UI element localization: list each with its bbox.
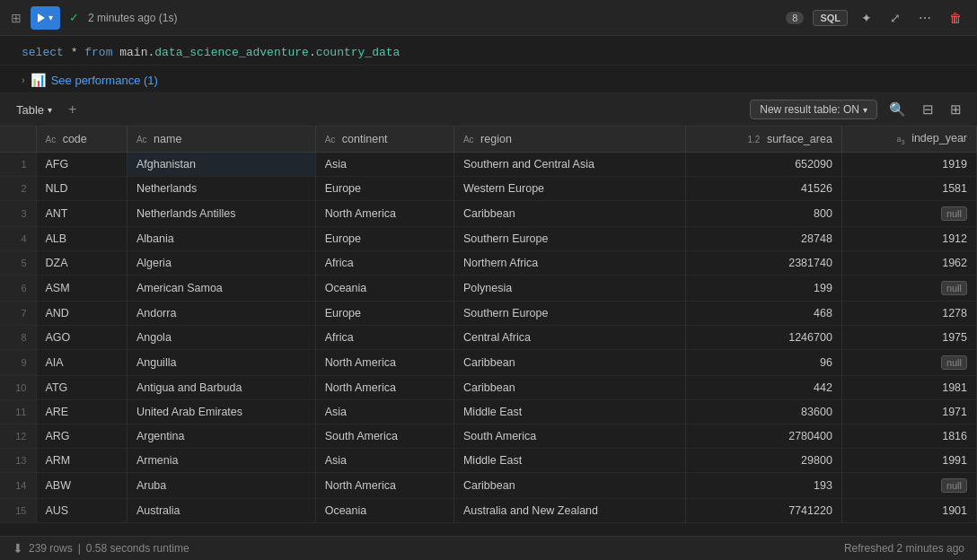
play-icon (38, 13, 45, 22)
cell-surface-area: 652090 (685, 152, 841, 176)
cell-name: Armenia (127, 448, 315, 472)
main-content: select * from main.data_science_adventur… (0, 36, 977, 560)
new-result-arrow: ▾ (863, 105, 867, 115)
table-toolbar: Table ▾ + New result table: ON ▾ 🔍 ⊟ ⊞ (0, 93, 977, 127)
table-row: 12 ARG Argentina South America South Ame… (0, 424, 977, 448)
cell-name: Angola (127, 325, 315, 349)
cell-continent: Africa (315, 250, 453, 275)
table-row: 13 ARM Armenia Asia Middle East 29800 19… (0, 448, 977, 472)
numeric-type-icon: 1.2 (748, 135, 761, 144)
cell-region: South America (453, 424, 685, 448)
cell-name: Australia (127, 498, 315, 522)
cell-continent: North America (315, 200, 453, 226)
table-row: 11 ARE United Arab Emirates Asia Middle … (0, 399, 977, 424)
cell-continent: Europe (315, 226, 453, 250)
cell-region: Caribbean (453, 349, 685, 375)
cell-indep-year: 1981 (841, 375, 976, 399)
row-num: 9 (0, 349, 36, 375)
table-row: 15 AUS Australia Oceania Australia and N… (0, 498, 977, 522)
table-container[interactable]: Ac code Ac name Ac continent Ac (0, 127, 977, 536)
col-surface-area: 1.2 surface_area (685, 127, 841, 152)
string-type-icon-3: Ac (325, 135, 336, 144)
table-row: 4 ALB Albania Europe Southern Europe 287… (0, 226, 977, 250)
cell-surface-area: 442 (685, 375, 841, 399)
col-indep-year: a3 indep_year (841, 127, 976, 152)
cell-code: ABW (36, 472, 127, 498)
row-num-header (0, 127, 36, 152)
table-view-button[interactable]: Table ▾ (11, 101, 57, 119)
filter-button[interactable]: ⊟ (918, 99, 938, 120)
status-checkmark: ✓ (69, 11, 79, 24)
query-code: select * from main.data_science_adventur… (22, 46, 400, 59)
sparkle-button[interactable]: ✦ (857, 8, 876, 28)
cell-name: Netherlands (127, 176, 315, 200)
cell-continent: Europe (315, 176, 453, 200)
cell-name: Antigua and Barbuda (127, 375, 315, 399)
query-bar: select * from main.data_science_adventur… (0, 36, 977, 66)
cell-indep-year: null (841, 200, 976, 226)
cell-name: Albania (127, 226, 315, 250)
cell-region: Caribbean (453, 375, 685, 399)
new-result-button[interactable]: New result table: ON ▾ (750, 100, 877, 119)
cell-indep-year: 1901 (841, 498, 976, 522)
cell-indep-year: null (841, 472, 976, 498)
row-num: 11 (0, 399, 36, 424)
add-tab-button[interactable]: + (65, 100, 80, 119)
cell-region: Polynesia (453, 275, 685, 301)
col-region: Ac region (453, 127, 685, 152)
row-num: 7 (0, 301, 36, 325)
col-name: Ac name (127, 127, 315, 152)
cell-name: American Samoa (127, 275, 315, 301)
run-button[interactable]: ▾ (31, 6, 60, 30)
row-num: 14 (0, 472, 36, 498)
cell-indep-year: 1919 (841, 152, 976, 176)
run-status: 2 minutes ago (1s) (88, 12, 177, 24)
table-row: 7 AND Andorra Europe Southern Europe 468… (0, 301, 977, 325)
cell-region: Middle East (453, 399, 685, 424)
cell-name: Aruba (127, 472, 315, 498)
string-type-icon-2: Ac (136, 135, 147, 144)
row-num: 4 (0, 226, 36, 250)
more-button[interactable]: ⋯ (914, 8, 936, 28)
cell-surface-area: 193 (685, 472, 841, 498)
see-performance-link[interactable]: See performance (1) (51, 74, 158, 87)
download-icon[interactable]: ⬇ (13, 541, 23, 556)
chart-icon: 📊 (31, 73, 46, 87)
trash-button[interactable]: 🗑 (945, 8, 966, 28)
cell-code: ASM (36, 275, 127, 301)
columns-button[interactable]: ⊞ (946, 99, 966, 120)
numeric-type-icon-2: a3 (896, 135, 904, 144)
expand-button[interactable]: ⤢ (885, 8, 905, 28)
row-num: 8 (0, 325, 36, 349)
cell-region: Australia and New Zealand (453, 498, 685, 522)
cell-indep-year: 1971 (841, 399, 976, 424)
null-badge: null (941, 355, 967, 370)
table-row: 2 NLD Netherlands Europe Western Europe … (0, 176, 977, 200)
cell-code: DZA (36, 250, 127, 275)
cell-continent: Europe (315, 301, 453, 325)
cell-code: NLD (36, 176, 127, 200)
cell-code: ARG (36, 424, 127, 448)
string-type-icon-4: Ac (463, 135, 474, 144)
separator: | (78, 542, 81, 555)
cell-region: Middle East (453, 448, 685, 472)
cell-surface-area: 1246700 (685, 325, 841, 349)
null-badge: null (941, 478, 967, 493)
cell-code: AIA (36, 349, 127, 375)
cell-indep-year: 1912 (841, 226, 976, 250)
cell-surface-area: 29800 (685, 448, 841, 472)
cell-continent: North America (315, 375, 453, 399)
cell-region: Central Africa (453, 325, 685, 349)
dropdown-icon: ▾ (48, 105, 52, 115)
search-button[interactable]: 🔍 (885, 99, 911, 120)
refreshed: Refreshed 2 minutes ago (844, 542, 964, 555)
cell-surface-area: 2780400 (685, 424, 841, 448)
row-num: 1 (0, 152, 36, 176)
row-num: 3 (0, 200, 36, 226)
cell-continent: Asia (315, 399, 453, 424)
toolbar-right: New result table: ON ▾ 🔍 ⊟ ⊞ (750, 99, 966, 120)
chevron-right-icon: › (22, 74, 25, 85)
null-badge: null (941, 206, 967, 221)
cell-indep-year: 1816 (841, 424, 976, 448)
new-result-label: New result table: ON (760, 103, 859, 116)
